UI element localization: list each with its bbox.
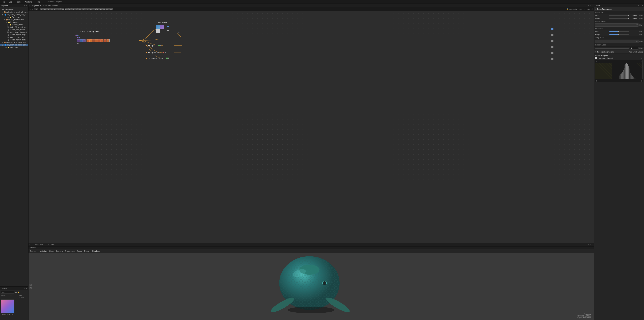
height-link-icon[interactable]: ⛓ bbox=[639, 18, 641, 19]
strip-node-2[interactable] bbox=[80, 40, 83, 42]
seed-anim-icon[interactable]: ▶ bbox=[641, 47, 643, 49]
menu-environment[interactable]: Environment bbox=[64, 250, 75, 252]
channel-dropdown-icon[interactable]: ▼ bbox=[641, 57, 643, 59]
ne-tab-hst[interactable]: Hst bbox=[72, 8, 75, 10]
ne-refresh-icon[interactable]: ↺ bbox=[591, 8, 593, 10]
menu-renderer[interactable]: Renderer bbox=[92, 250, 100, 252]
values-btn[interactable]: Values bbox=[638, 51, 643, 53]
strip-node-6[interactable] bbox=[92, 40, 95, 42]
pxw-anim-icon[interactable]: ▶ bbox=[641, 31, 643, 33]
roughness-output-node[interactable]: Roughness bbox=[146, 51, 159, 54]
ne-tab-plx[interactable]: Plx bbox=[82, 8, 85, 10]
tree-item-tomoco[interactable]: ▶ 📁 tomoco_studio bbox=[0, 24, 28, 26]
tree-item-studio[interactable]: 🖼 studio_05_glazed_pat... bbox=[0, 26, 28, 29]
ne-close-icon[interactable]: ✕ bbox=[591, 5, 593, 6]
random-seed-input[interactable] bbox=[630, 47, 638, 50]
levels-minimize-icon[interactable]: ─ bbox=[638, 5, 639, 6]
view3d-minimize-icon[interactable]: ─ bbox=[588, 244, 589, 245]
tab-colormask[interactable]: Colormask bbox=[32, 243, 44, 246]
tree-item-resources-3[interactable]: ▶ 📁 Resources bbox=[0, 46, 28, 49]
random-seed-slider[interactable] bbox=[595, 48, 630, 49]
ne-tab-pxm[interactable]: PxM bbox=[60, 8, 64, 10]
hist-bottom-left[interactable]: △ bbox=[596, 80, 597, 82]
strip-node-9[interactable] bbox=[101, 40, 104, 42]
view3d-close-icon[interactable]: ✕ bbox=[591, 244, 593, 245]
output-format-dropdown[interactable] bbox=[595, 24, 638, 27]
strip-node-4[interactable] bbox=[86, 40, 89, 42]
tree-item-polyester-layered[interactable]: ▼ 📦 polyester_layered_cell_me... bbox=[0, 11, 28, 14]
library-close-icon[interactable]: ✕ bbox=[26, 287, 27, 289]
levels-close-icon[interactable]: ✕ bbox=[642, 5, 643, 6]
ne-tab-cr2[interactable]: Cr bbox=[68, 8, 71, 10]
tree-item-source-main-thumb-4k[interactable]: 🖼 source_main_thumb_4k bbox=[0, 31, 28, 34]
strip-node-8[interactable] bbox=[98, 40, 100, 42]
width-link-icon[interactable]: ⛓ bbox=[639, 15, 641, 16]
hist-handle-right[interactable]: ▽ bbox=[641, 61, 642, 62]
histogram-canvas[interactable] bbox=[595, 63, 643, 79]
strip-node-5[interactable] bbox=[90, 40, 92, 42]
menu-display[interactable]: Display bbox=[84, 250, 90, 252]
library-filter-icon[interactable]: ⚙ bbox=[15, 291, 17, 293]
ne-tab-inc2[interactable]: Inc bbox=[106, 8, 109, 10]
strip-node-3[interactable] bbox=[83, 40, 86, 42]
height-output-node[interactable]: Height bbox=[146, 44, 155, 47]
menu-materials[interactable]: Materials bbox=[40, 250, 47, 252]
strip-node-11[interactable] bbox=[106, 40, 109, 42]
ne-tab-nm[interactable]: Nm bbox=[78, 8, 81, 10]
tree-item-polyester-knit-sbs[interactable]: ▶ 🔷 polyester_knit_coma_patt... bbox=[0, 44, 28, 46]
height-anim-icon[interactable]: ▶ bbox=[641, 18, 643, 19]
ne-tab-c[interactable]: C bbox=[96, 8, 99, 10]
pixel-width-slider[interactable] bbox=[609, 31, 630, 32]
view3d-maximize-icon[interactable]: □ bbox=[590, 244, 591, 245]
tiling-link-icon[interactable]: ⛓ bbox=[639, 41, 641, 42]
ne-tab-wrl[interactable]: Wrl bbox=[99, 8, 102, 10]
side-btn-2[interactable]: ⊕ bbox=[29, 287, 32, 289]
explorer-minimize-icon[interactable]: ─ bbox=[24, 5, 25, 6]
tree-item-source-triptych-stand[interactable]: 🖼 source_triptych_stand... bbox=[0, 36, 28, 39]
menu-file[interactable]: File bbox=[1, 1, 6, 3]
levels-maximize-icon[interactable]: □ bbox=[640, 5, 641, 6]
ne-tab-txt[interactable]: Txt bbox=[93, 8, 96, 10]
node-canvas[interactable]: Crop Cleaning Tiling Color Mask bbox=[28, 11, 594, 243]
menu-tools[interactable]: Tools bbox=[16, 1, 21, 3]
ne-tab-db[interactable]: DB bbox=[50, 8, 53, 10]
parent-size-value[interactable]: 256 bbox=[578, 8, 583, 11]
ne-tab-2w[interactable]: 2W bbox=[54, 8, 57, 10]
pxh-link-icon[interactable]: ⛓ bbox=[639, 34, 641, 36]
pxh-anim-icon[interactable]: ▶ bbox=[641, 34, 643, 36]
seed-link-icon[interactable]: ⛓ bbox=[639, 47, 641, 49]
tiling-anim-icon[interactable]: ▶ bbox=[641, 41, 643, 42]
ne-tab-out[interactable]: Out bbox=[109, 8, 112, 10]
menu-lights[interactable]: Lights bbox=[49, 250, 54, 252]
param-height-slider[interactable] bbox=[609, 18, 630, 19]
library-item[interactable]: Smart Auto Tile bbox=[1, 299, 27, 315]
menu-scene[interactable]: Scene bbox=[77, 250, 82, 252]
library-search-input[interactable] bbox=[1, 291, 14, 294]
strip-node-7[interactable] bbox=[95, 40, 98, 42]
ne-tab-cr[interactable]: Cr bbox=[47, 8, 50, 10]
menu-edit[interactable]: Edit bbox=[8, 1, 13, 3]
tree-item-source-triptych-cloth[interactable]: 🖼 source_triptych_cloth bbox=[0, 39, 28, 41]
tree-item-resources-1[interactable]: ▶ 📁 Resources bbox=[0, 16, 28, 19]
menu-geometry[interactable]: Geometry bbox=[30, 250, 38, 252]
ne-toolbar-fwd[interactable]: ▷ bbox=[32, 9, 33, 10]
strip-node-10[interactable] bbox=[104, 40, 106, 42]
tree-item-polyester-layered-sub[interactable]: ▶ 🔷 polyester_layered_cell_m... bbox=[0, 14, 28, 16]
menu-windows[interactable]: Windows bbox=[24, 1, 33, 3]
ne-tab-ds[interactable]: DS bbox=[57, 8, 60, 10]
library-star-icon[interactable]: ★ bbox=[18, 291, 20, 293]
pxw-link-icon[interactable]: ⛓ bbox=[639, 31, 641, 33]
view3d-canvas[interactable]: ▼ ⊕ bbox=[28, 253, 594, 320]
format-link-icon[interactable]: ⛓ bbox=[639, 24, 641, 26]
hist-handle-left[interactable]: ▽ bbox=[596, 61, 597, 62]
library-minimize-icon[interactable]: ─ bbox=[24, 287, 25, 289]
menu-help[interactable]: Help bbox=[36, 1, 40, 3]
tiling-mode-dropdown[interactable] bbox=[595, 40, 638, 43]
tree-item-source-main-thumb[interactable]: 🖼 source_main_thumb bbox=[0, 29, 28, 31]
ne-minimize-icon[interactable]: ─ bbox=[588, 5, 589, 6]
ne-maximize-icon[interactable]: □ bbox=[590, 5, 591, 6]
explorer-close-icon[interactable]: ✕ bbox=[26, 5, 27, 6]
menu-camera[interactable]: Camera bbox=[56, 250, 62, 252]
tree-item-polyester-knit[interactable]: ▼ 📦 polyester_knit_coma_patte... bbox=[0, 41, 28, 44]
strip-node-1[interactable] bbox=[77, 40, 80, 42]
